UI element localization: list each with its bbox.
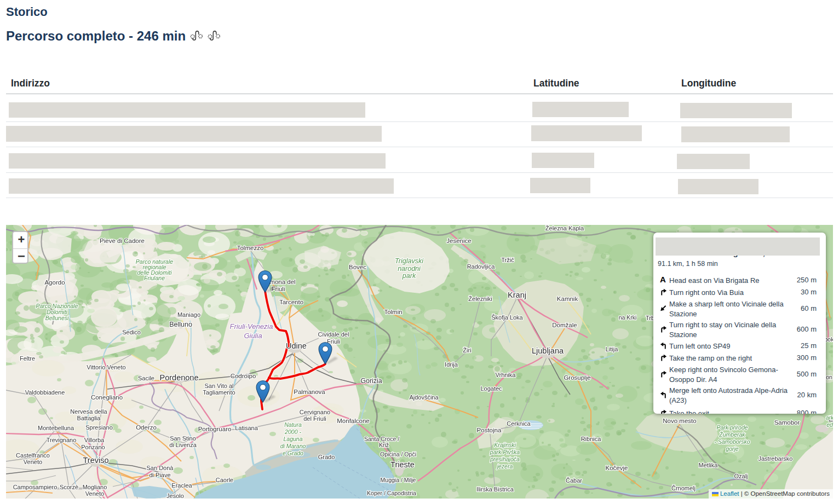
- svg-text:Gorizia: Gorizia: [360, 377, 382, 385]
- svg-text:Ljubljana: Ljubljana: [532, 346, 564, 355]
- svg-text:Radovljica: Radovljica: [467, 263, 496, 270]
- svg-text:Železniki: Železniki: [468, 296, 492, 302]
- svg-text:del Friuli: del Friuli: [303, 415, 326, 422]
- svg-text:Grosuplje: Grosuplje: [564, 374, 590, 381]
- svg-text:Sacile: Sacile: [138, 375, 154, 381]
- svg-text:Natura: Natura: [284, 421, 302, 428]
- svg-text:Feltre: Feltre: [20, 355, 35, 362]
- svg-text:Škofja Loka: Škofja Loka: [491, 314, 523, 321]
- svg-text:San Vito al: San Vito al: [204, 383, 233, 389]
- svg-text:mona del: mona del: [269, 279, 295, 285]
- svg-text:Železna Kapla: Železna Kapla: [545, 225, 584, 231]
- svg-text:Monfalcone: Monfalcone: [337, 418, 369, 424]
- svg-text:di Piave: di Piave: [149, 472, 170, 478]
- svg-text:Eraclea: Eraclea: [171, 482, 192, 489]
- svg-text:Bovec: Bovec: [349, 264, 366, 270]
- svg-text:e Grado: e Grado: [283, 450, 303, 456]
- svg-text:Castelfranco: Castelfranco: [16, 452, 50, 459]
- svg-text:Trieste: Trieste: [390, 460, 415, 469]
- svg-text:Laguna: Laguna: [283, 436, 302, 442]
- svg-text:Logatec: Logatec: [480, 385, 502, 392]
- svg-text:Camposampiero: Camposampiero: [13, 484, 58, 490]
- svg-text:San Stino: San Stino: [170, 435, 196, 442]
- svg-text:Vittorio Veneto: Vittorio Veneto: [87, 364, 125, 370]
- svg-text:Kočevje: Kočevje: [606, 465, 628, 471]
- svg-text:Triglavski: Triglavski: [395, 257, 424, 265]
- svg-text:Battaglia: Battaglia: [77, 415, 101, 421]
- svg-text:San Donà: San Donà: [147, 465, 174, 471]
- svg-text:Bellunesi: Bellunesi: [45, 315, 69, 321]
- svg-text:- Samoborsko: - Samoborsko: [714, 438, 750, 445]
- svg-text:park: park: [402, 272, 416, 280]
- svg-text:ed: ed: [826, 421, 833, 428]
- svg-text:Nervesa della: Nervesa della: [70, 408, 107, 415]
- svg-text:park Pivška: park Pivška: [490, 449, 520, 455]
- svg-text:Oderzo: Oderzo: [136, 424, 157, 431]
- svg-text:di Marano: di Marano: [280, 443, 306, 449]
- svg-text:Mogliano: Mogliano: [83, 484, 107, 490]
- svg-text:Tolmin: Tolmin: [384, 309, 402, 315]
- svg-text:Trevignano: Trevignano: [47, 437, 77, 443]
- svg-text:ark: ark: [826, 414, 833, 421]
- svg-text:Vrhnika: Vrhnika: [496, 372, 516, 378]
- svg-text:Maniago: Maniago: [177, 311, 200, 318]
- svg-text:Valdobbiadene: Valdobbiadene: [25, 389, 65, 396]
- svg-text:Palmanova: Palmanova: [294, 389, 325, 395]
- svg-text:Montebelluna: Montebelluna: [38, 425, 74, 431]
- svg-text:Tržič: Tržič: [501, 257, 514, 263]
- svg-text:Ilirska Bistrica: Ilirska Bistrica: [476, 486, 514, 493]
- svg-text:Veneto: Veneto: [85, 490, 104, 497]
- svg-text:Tolmezzo: Tolmezzo: [237, 245, 264, 251]
- svg-text:Giulia: Giulia: [244, 332, 262, 340]
- svg-text:na Krki: na Krki: [619, 314, 637, 321]
- svg-text:Park prirode: Park prirode: [716, 424, 748, 431]
- svg-text:Treviso: Treviso: [83, 456, 109, 465]
- svg-text:Žumberak: Žumberak: [719, 431, 745, 438]
- svg-text:Tarcento: Tarcento: [279, 299, 303, 305]
- svg-text:Muggia / Milje: Muggia / Milje: [381, 477, 416, 483]
- svg-text:Friulane: Friulane: [144, 275, 165, 281]
- svg-text:Samobor: Samobor: [774, 419, 800, 426]
- svg-text:Sedico: Sedico: [122, 329, 141, 335]
- svg-text:Krajinski: Krajinski: [494, 442, 516, 448]
- svg-text:Grado: Grado: [318, 454, 335, 460]
- svg-text:Domžale: Domžale: [552, 322, 577, 328]
- svg-text:Spresiano: Spresiano: [85, 424, 113, 431]
- svg-text:Črnomelj: Črnomelj: [671, 485, 696, 491]
- svg-text:Udine: Udine: [286, 341, 307, 350]
- svg-text:Belluno: Belluno: [169, 321, 192, 328]
- svg-text:Codroipo: Codroipo: [231, 373, 256, 379]
- svg-text:Koper / Capodistria: Koper / Capodistria: [367, 490, 416, 496]
- svg-text:on: on: [826, 374, 832, 380]
- svg-text:Conegliano: Conegliano: [91, 394, 123, 401]
- svg-text:Jesolo: Jesolo: [166, 493, 184, 499]
- svg-text:Jastrebarsko: Jastrebarsko: [758, 455, 793, 462]
- svg-text:Caorle: Caorle: [216, 477, 233, 483]
- svg-text:Opicina / Opči: Opicina / Opči: [380, 451, 416, 457]
- svg-text:Litija: Litija: [606, 346, 619, 352]
- svg-text:jezera: jezera: [496, 463, 513, 470]
- svg-text:Metlika: Metlika: [699, 462, 719, 468]
- svg-text:Cividale del: Cividale del: [318, 331, 349, 338]
- svg-text:Idrija: Idrija: [445, 361, 458, 368]
- svg-text:Tagliamento: Tagliamento: [203, 389, 235, 396]
- svg-text:Čabar: Čabar: [566, 477, 582, 484]
- svg-text:Friuli-Venezia: Friuli-Venezia: [230, 322, 273, 331]
- svg-text:Portogruaro: Portogruaro: [198, 426, 232, 432]
- svg-text:narodni: narodni: [398, 265, 421, 273]
- svg-text:Križ: Križ: [379, 442, 389, 448]
- svg-text:gorje: gorje: [726, 445, 739, 452]
- svg-text:Cervignano: Cervignano: [300, 409, 330, 415]
- svg-text:Scorzè: Scorzè: [60, 484, 78, 490]
- svg-text:Postojna: Postojna: [477, 427, 502, 433]
- svg-text:Ribnica: Ribnica: [581, 436, 602, 442]
- svg-text:Žiri: Žiri: [463, 347, 471, 354]
- svg-text:Jesenice: Jesenice: [446, 237, 471, 244]
- svg-text:presihajoča: presihajoča: [490, 456, 520, 462]
- svg-text:Cerknica: Cerknica: [507, 420, 531, 427]
- svg-text:di Livenza: di Livenza: [169, 442, 197, 448]
- svg-text:Pieve di Cadore: Pieve di Cadore: [100, 237, 145, 244]
- svg-text:Agordo: Agordo: [44, 279, 65, 286]
- svg-text:Pordenone: Pordenone: [160, 373, 199, 382]
- svg-text:Ozalj: Ozalj: [734, 473, 748, 479]
